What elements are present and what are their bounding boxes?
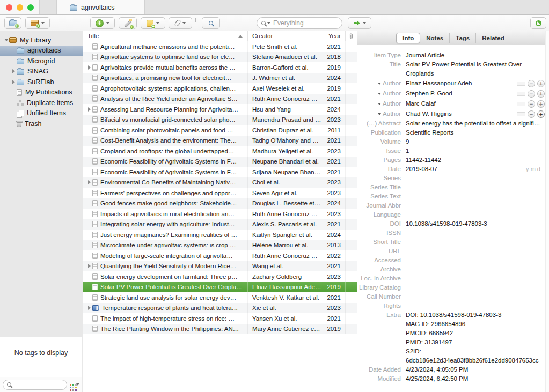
author-name-value[interactable]: Stephen P. Good bbox=[406, 89, 514, 98]
tab-info[interactable]: Info bbox=[396, 33, 420, 43]
column-header-year[interactable]: Year bbox=[323, 31, 346, 41]
tab-notes[interactable]: Notes bbox=[420, 33, 449, 43]
new-collection-button[interactable]: + bbox=[4, 17, 21, 29]
field-value[interactable]: 1 bbox=[406, 146, 545, 156]
table-row[interactable]: Assessing Land Resource Planning for Agr… bbox=[83, 104, 357, 115]
table-row[interactable]: Integrating solar energy with agricultur… bbox=[83, 219, 357, 230]
add-by-identifier-button[interactable]: + bbox=[119, 17, 137, 29]
remove-author-button[interactable]: − bbox=[528, 100, 535, 108]
author-field-label[interactable]: Author bbox=[357, 109, 406, 119]
new-library-button[interactable]: + bbox=[25, 17, 50, 29]
add-author-button[interactable]: + bbox=[537, 110, 545, 118]
field-value[interactable]: 4/23/2024, 4:05:05 PM bbox=[406, 365, 545, 374]
field-value[interactable]: Journal Article bbox=[406, 51, 545, 60]
table-row[interactable]: Combining solar photovoltaic panels and … bbox=[83, 125, 357, 136]
remove-author-button[interactable]: − bbox=[528, 110, 535, 118]
table-row[interactable]: Solar PV Power Potential is Greatest Ove… bbox=[83, 282, 357, 293]
expand-arrow-icon[interactable] bbox=[86, 264, 92, 268]
field-value[interactable]: 10.1038/s41598-019-47803-3 bbox=[406, 219, 545, 228]
table-row[interactable]: The impact of high-temperature stress on… bbox=[83, 313, 357, 324]
table-row[interactable]: Good fences make good neighbors: Stakeho… bbox=[83, 198, 357, 209]
add-author-button[interactable]: + bbox=[537, 80, 545, 87]
remove-author-button[interactable]: − bbox=[528, 90, 535, 98]
field-value[interactable]: Scientific Reports bbox=[406, 128, 545, 137]
disclosure-triangle-icon[interactable] bbox=[11, 80, 17, 84]
sidebar-item-unfiled-items[interactable]: Unfiled Items bbox=[0, 108, 83, 119]
author-name-value[interactable]: Marc Calaf bbox=[406, 99, 514, 108]
table-row[interactable]: Agrophotovoltaic systems: applications, … bbox=[83, 83, 357, 94]
tab-tags[interactable]: Tags bbox=[449, 33, 475, 43]
switch-field-mode-icon[interactable] bbox=[517, 82, 525, 86]
table-row[interactable]: Agrivoltaics, a promising new tool for e… bbox=[83, 73, 357, 84]
table-row[interactable]: Quantifying the Yield Sensitivity of Mod… bbox=[83, 261, 357, 272]
switch-field-mode-icon[interactable] bbox=[517, 92, 525, 96]
new-note-button[interactable]: + bbox=[141, 17, 165, 29]
sidebar-item-trash[interactable]: Trash bbox=[0, 119, 83, 129]
table-row[interactable]: Microclimate under agrivoltaic systems: … bbox=[83, 240, 357, 251]
collection-tab[interactable]: agrivoltaics bbox=[56, 0, 145, 14]
tag-color-grid-icon[interactable] bbox=[70, 384, 71, 386]
table-row[interactable]: Environmental Co-Benefits of Maintaining… bbox=[83, 177, 357, 188]
sidebar-item-duplicate-items[interactable]: Duplicate Items bbox=[0, 98, 83, 108]
field-value[interactable]: Solar PV Power Potential is Greatest Ove… bbox=[406, 60, 545, 78]
table-row[interactable]: Impacts of agrivoltaics in rural electri… bbox=[83, 209, 357, 219]
table-row[interactable]: Temperature response of plants and heat … bbox=[83, 303, 357, 314]
field-value[interactable]: 11442-11442 bbox=[406, 156, 545, 165]
table-row[interactable]: Farmers' perspectives on challenges and … bbox=[83, 188, 357, 198]
switch-field-mode-icon[interactable] bbox=[517, 112, 525, 116]
locate-button[interactable] bbox=[348, 17, 371, 29]
add-author-button[interactable]: + bbox=[537, 100, 545, 108]
advanced-search-button[interactable] bbox=[202, 17, 220, 29]
author-name-value[interactable]: Elnaz Hassanpour Adeh bbox=[406, 79, 514, 88]
expand-arrow-icon[interactable] bbox=[86, 306, 92, 310]
close-window-button[interactable] bbox=[6, 4, 12, 11]
table-row[interactable]: Agricultural methane emissions and the p… bbox=[83, 41, 357, 52]
table-row[interactable]: Solar energy development on farmland: Th… bbox=[83, 271, 357, 282]
sidebar-item-microgrid[interactable]: Microgrid bbox=[0, 56, 83, 66]
tag-search-input[interactable] bbox=[13, 381, 63, 388]
sidebar-item-surelab[interactable]: SuRElab bbox=[0, 77, 83, 87]
table-row[interactable]: Economic Feasibility of Agrivoltaic Syst… bbox=[83, 157, 357, 167]
item-pane-scrollbar[interactable] bbox=[545, 31, 549, 392]
sidebar-item-sinag[interactable]: SINAG bbox=[0, 66, 83, 77]
disclosure-triangle-icon[interactable] bbox=[3, 39, 9, 41]
expand-arrow-icon[interactable] bbox=[86, 180, 92, 184]
table-row[interactable]: Cost-Benefit Analysis and the environmen… bbox=[83, 136, 357, 146]
sidebar-item-my-library[interactable]: My Library bbox=[0, 35, 83, 46]
add-author-button[interactable]: + bbox=[537, 90, 545, 98]
table-row[interactable]: Agrivoltaics provide mutual benefits acr… bbox=[83, 62, 357, 73]
table-row[interactable]: Cropland and rooftops: the global undert… bbox=[83, 146, 357, 157]
table-row[interactable]: Bifacial vs monofacial grid-connected so… bbox=[83, 115, 357, 125]
field-value[interactable]: 9 bbox=[406, 137, 545, 146]
column-header-title[interactable]: Title bbox=[83, 31, 248, 41]
field-value[interactable]: 2019-08-07 bbox=[406, 165, 526, 174]
field-value[interactable]: 4/25/2024, 6:42:50 PM bbox=[406, 374, 545, 383]
author-field-label[interactable]: Author bbox=[357, 79, 406, 88]
add-attachment-button[interactable] bbox=[169, 17, 192, 29]
search-input[interactable] bbox=[272, 19, 331, 27]
author-field-label[interactable]: Author bbox=[357, 99, 406, 108]
author-field-label[interactable]: Author bbox=[357, 89, 406, 98]
sync-button[interactable] bbox=[530, 17, 546, 29]
column-header-creator[interactable]: Creator bbox=[248, 31, 323, 41]
expand-arrow-icon[interactable] bbox=[86, 107, 92, 112]
field-value[interactable]: Solar energy has the potential to offset… bbox=[406, 119, 545, 128]
table-row[interactable]: Modeling of large-scale integration of a… bbox=[83, 250, 357, 261]
disclosure-triangle-icon[interactable] bbox=[11, 69, 17, 73]
sidebar-item-my-publications[interactable]: My Publications bbox=[0, 87, 83, 98]
table-row[interactable]: Economic Feasibility of Agrivoltaic Syst… bbox=[83, 167, 357, 177]
table-row[interactable]: Analysis of the Rice Yield under an Agri… bbox=[83, 94, 357, 105]
sidebar-item-agrivoltaics[interactable]: agrivoltaics bbox=[0, 46, 83, 56]
tab-related[interactable]: Related bbox=[475, 33, 510, 43]
search-scope-caret-icon[interactable] bbox=[267, 22, 270, 24]
zoom-window-button[interactable] bbox=[27, 4, 34, 11]
column-header-attachment[interactable] bbox=[346, 31, 357, 41]
new-item-button[interactable]: + bbox=[90, 17, 115, 29]
table-row[interactable]: Agrivoltaic systems to optimise land use… bbox=[83, 52, 357, 63]
field-value[interactable]: DOI: 10.1038/s41598-019-47803-3 MAG ID: … bbox=[406, 310, 545, 365]
table-row[interactable]: Strategic land use analysis for solar en… bbox=[83, 292, 357, 303]
author-name-value[interactable]: Chad W. Higgins bbox=[406, 109, 514, 119]
remove-author-button[interactable]: − bbox=[528, 80, 535, 87]
table-row[interactable]: The Rice Planting Window in the Philippi… bbox=[83, 324, 357, 335]
tag-options-caret-icon[interactable] bbox=[76, 383, 79, 386]
